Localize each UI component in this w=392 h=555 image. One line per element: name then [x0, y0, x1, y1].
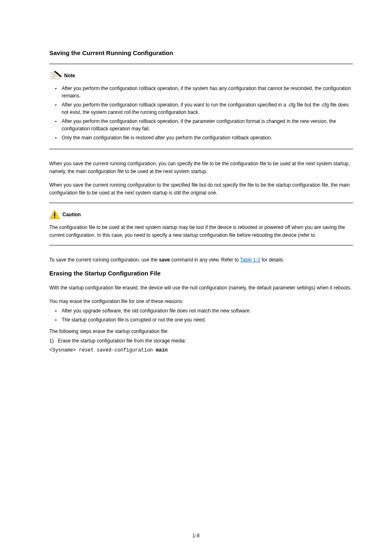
step-text: Erase the startup configuration file fro… — [58, 338, 186, 344]
step-number: 1) — [49, 338, 54, 344]
body-paragraph: With the startup configuration file eras… — [49, 284, 353, 292]
code-line: <Sysname> reset saved-configuration main — [49, 347, 353, 354]
note-callout: Note After you perform the configuration… — [49, 64, 353, 149]
step-example: 1) Erase the startup configuration file … — [49, 337, 353, 354]
caution-header: Caution — [49, 210, 353, 220]
note-bullet-list: After you perform the configuration roll… — [49, 85, 353, 141]
code-bold: main — [156, 347, 168, 353]
svg-point-0 — [54, 72, 56, 73]
text-span: for details. — [260, 257, 284, 263]
caution-label: Caution — [62, 212, 81, 217]
caution-text: The configuration file to be used at the… — [49, 224, 353, 239]
reasons-list: After you upgrade software, the old conf… — [49, 307, 353, 324]
table-link[interactable]: Table 1-2 — [240, 257, 260, 263]
reason-bullet: After you upgrade software, the old conf… — [55, 307, 353, 314]
caution-icon — [49, 210, 60, 220]
text-span: To save the current running configuratio… — [49, 257, 159, 263]
note-bullet: After you perform the configuration roll… — [55, 101, 353, 116]
note-header: Note — [49, 71, 353, 81]
svg-point-1 — [54, 217, 55, 218]
body-paragraph: When you save the current running config… — [49, 160, 353, 176]
bold-command: save — [159, 257, 170, 263]
text-span: command in any view. Refer to — [170, 257, 240, 263]
body-paragraph-with-link: To save the current running configuratio… — [49, 256, 353, 264]
step-line: 1) Erase the startup configuration file … — [49, 337, 353, 345]
note-bullet: After you perform the configuration roll… — [55, 118, 353, 132]
step-label: The following steps erase the startup co… — [49, 328, 353, 335]
note-bullet: Only the main configuration file is rest… — [55, 134, 353, 141]
note-label: Note — [64, 73, 75, 79]
body-paragraph: When you save the current running config… — [49, 181, 353, 197]
caution-callout: Caution The configuration file to be use… — [49, 203, 353, 245]
page-number: 1-8 — [0, 533, 392, 539]
section-heading-erasing: Erasing the Startup Configuration File — [49, 270, 353, 277]
note-bullet: After you perform the configuration roll… — [55, 85, 353, 99]
reasons-intro: You may erase the configuration file for… — [49, 298, 353, 305]
section-heading-saving: Saving the Current Running Configuration — [49, 49, 353, 56]
code-text: <Sysname> reset saved-configuration — [49, 347, 153, 353]
reason-bullet: The startup configuration file is corrup… — [55, 316, 353, 324]
note-icon — [49, 71, 62, 81]
